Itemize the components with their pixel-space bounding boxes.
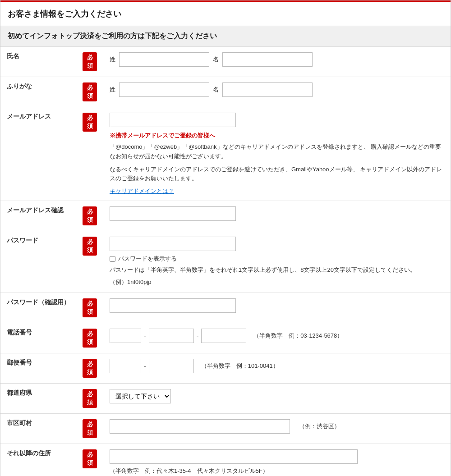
email-row: メールアドレス 必須 ※携帯メールアドレスでご登録の皆様へ 「@docomo」「…: [0, 107, 451, 201]
postal-separator: -: [144, 362, 146, 370]
name-required-badge: 必須: [83, 52, 97, 71]
page-title: お客さま情報をご入力ください: [8, 9, 443, 19]
password-required-badge: 必須: [83, 237, 97, 256]
address-required-badge: 必須: [83, 449, 97, 468]
name-required-cell: 必須: [76, 47, 103, 77]
phone-hint: （半角数字 例：03-1234-5678）: [253, 332, 343, 340]
page-wrapper: お客さま情報をご入力ください 初めてインフォトップ決済をご利用の方は下記をご入力…: [0, 0, 451, 476]
furigana-row: ふりがな 必須 姓 名: [0, 77, 451, 107]
address-input-cell: （半角数字 例：代々木1-35-4 代々木クリスタルビル5F）※ローマ数字(I,…: [103, 444, 451, 476]
section-title: 初めてインフォトップ決済をご利用の方は下記をご入力ください: [8, 32, 443, 41]
postal-label: 郵便番号: [0, 353, 76, 383]
show-password-checkbox[interactable]: [110, 256, 115, 262]
prefecture-row: 都道府県 必須 選択して下さい北海道青森県岩手県宮城県秋田県山形県福島県茨城県栃…: [0, 383, 451, 413]
password-input[interactable]: [110, 237, 236, 251]
password-row: パスワード 必須 パスワードを表示する パスワードは「半角英字、半角数字」をそれ…: [0, 231, 451, 293]
email-confirm-input[interactable]: [110, 206, 236, 221]
form-table: 氏名 必須 姓 名 ふりがな 必須 姓: [0, 47, 451, 476]
password-confirm-required-badge: 必須: [83, 298, 97, 317]
phone-input-cell: - - （半角数字 例：03-1234-5678）: [103, 323, 451, 353]
postal-hint: （半角数字 例：101-0041）: [201, 362, 279, 370]
postal-input-2[interactable]: [149, 359, 194, 373]
email-confirm-label: メールアドレス確認: [0, 201, 76, 231]
city-label: 市区町村: [0, 413, 76, 444]
email-input-cell: ※携帯メールアドレスでご登録の皆様へ 「@docomo」「@ezweb」「@so…: [103, 107, 451, 201]
carrier-domain-link[interactable]: キャリアドメインとは？: [110, 188, 174, 194]
address-label: それ以降の住所: [0, 444, 76, 476]
password-confirm-input[interactable]: [110, 298, 236, 313]
email-confirm-required-cell: 必須: [76, 201, 103, 231]
phone-row: 電話番号 必須 - - （半角数字 例：03-1234-5678）: [0, 323, 451, 353]
password-required-cell: 必須: [76, 231, 103, 293]
address-input[interactable]: [110, 449, 358, 464]
phone-input-3[interactable]: [201, 329, 246, 343]
password-group: パスワードを表示する パスワードは「半角英字、半角数字」をそれぞれ1文字以上必ず…: [110, 255, 444, 287]
last-name-input[interactable]: [119, 52, 209, 67]
phone-label: 電話番号: [0, 323, 76, 353]
email-notice: ※携帯メールアドレスでご登録の皆様へ 「@docomo」「@ezweb」「@so…: [110, 132, 444, 195]
postal-required-badge: 必須: [83, 359, 97, 378]
city-input-cell: （例：渋谷区）: [103, 413, 451, 444]
prefecture-label: 都道府県: [0, 383, 76, 413]
password-rule: パスワードは「半角英字、半角数字」をそれぞれ1文字以上必ず使用し、8文字以上20…: [110, 265, 444, 275]
page-header: お客さま情報をご入力ください: [0, 0, 451, 26]
last-name-kana-label: 姓: [110, 86, 115, 94]
city-row: 市区町村 必須 （例：渋谷区）: [0, 413, 451, 444]
postal-required-cell: 必須: [76, 353, 103, 383]
password-confirm-label: パスワード（確認用）: [0, 293, 76, 323]
phone-input-1[interactable]: [110, 329, 141, 343]
prefecture-input-cell: 選択して下さい北海道青森県岩手県宮城県秋田県山形県福島県茨城県栃木県群馬県埼玉県…: [103, 383, 451, 413]
email-required-badge: 必須: [83, 113, 97, 132]
postal-input-cell: - （半角数字 例：101-0041）: [103, 353, 451, 383]
prefecture-required-badge: 必須: [83, 389, 97, 408]
prefecture-select[interactable]: 選択して下さい北海道青森県岩手県宮城県秋田県山形県福島県茨城県栃木県群馬県埼玉県…: [110, 389, 171, 403]
postal-row: 郵便番号 必須 - （半角数字 例：101-0041）: [0, 353, 451, 383]
city-required-cell: 必須: [76, 413, 103, 444]
phone-group: - - （半角数字 例：03-1234-5678）: [110, 329, 444, 343]
first-name-kana-input[interactable]: [222, 82, 313, 97]
name-input-cell: 姓 名: [103, 47, 451, 77]
email-notice-body2: なるべくキャリアドメインのアドレスでのご登録を避けていただき、GmailやYah…: [110, 165, 444, 184]
show-password-text: パスワードを表示する: [118, 255, 177, 263]
phone-input-2[interactable]: [149, 329, 194, 343]
city-group: （例：渋谷区）: [110, 419, 444, 434]
city-required-badge: 必須: [83, 419, 97, 438]
email-label: メールアドレス: [0, 107, 76, 201]
email-confirm-input-cell: [103, 201, 451, 231]
name-label: 氏名: [0, 47, 76, 77]
section-header: 初めてインフォトップ決済をご利用の方は下記をご入力ください: [0, 26, 451, 47]
password-confirm-row: パスワード（確認用） 必須: [0, 293, 451, 323]
furigana-required-badge: 必須: [83, 82, 97, 101]
last-name-kana-input[interactable]: [119, 82, 209, 97]
email-input[interactable]: [110, 113, 236, 127]
name-group: 姓 名: [110, 52, 444, 67]
furigana-required-cell: 必須: [76, 77, 103, 107]
show-password-label[interactable]: パスワードを表示する: [110, 255, 444, 263]
phone-separator-1: -: [144, 332, 146, 339]
name-row: 氏名 必須 姓 名: [0, 47, 451, 77]
email-notice-heading: ※携帯メールアドレスでご登録の皆様へ: [110, 132, 444, 140]
phone-separator-2: -: [197, 332, 199, 339]
city-hint: （例：渋谷区）: [299, 422, 340, 430]
password-label: パスワード: [0, 231, 76, 293]
furigana-label: ふりがな: [0, 77, 76, 107]
furigana-group: 姓 名: [110, 82, 444, 97]
email-required-cell: 必須: [76, 107, 103, 201]
first-name-kana-label: 名: [213, 86, 219, 94]
email-confirm-row: メールアドレス確認 必須: [0, 201, 451, 231]
first-name-input[interactable]: [222, 52, 313, 67]
email-notice-body1: 「@docomo」「@ezweb」「@softbank」などのキャリアドメインの…: [110, 142, 444, 161]
address-row: それ以降の住所 必須 （半角数字 例：代々木1-35-4 代々木クリスタルビル5…: [0, 444, 451, 476]
password-confirm-required-cell: 必須: [76, 293, 103, 323]
prefecture-required-cell: 必須: [76, 383, 103, 413]
last-name-label: 姓: [110, 55, 115, 64]
city-input[interactable]: [110, 419, 290, 434]
address-hint: （半角数字 例：代々木1-35-4 代々木クリスタルビル5F）※ローマ数字(I,…: [110, 467, 444, 476]
phone-required-badge: 必須: [83, 329, 97, 348]
password-input-cell: パスワードを表示する パスワードは「半角英字、半角数字」をそれぞれ1文字以上必ず…: [103, 231, 451, 293]
password-example: （例）1nf0t0pjp: [110, 278, 444, 287]
first-name-label: 名: [213, 55, 219, 64]
postal-input-1[interactable]: [110, 359, 141, 373]
address-required-cell: 必須: [76, 444, 103, 476]
email-confirm-required-badge: 必須: [83, 206, 97, 225]
